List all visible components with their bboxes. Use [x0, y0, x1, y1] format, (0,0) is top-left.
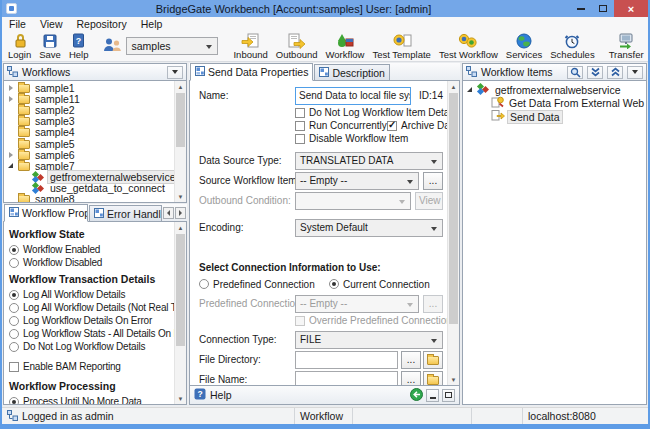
radio-current-connection[interactable]: Current Connection [329, 279, 430, 290]
close-button[interactable]: × [614, 0, 648, 17]
status-empty-1 [353, 408, 472, 424]
test-workflow-button[interactable]: Test Workflow [435, 30, 502, 61]
scroll-down-icon[interactable]: ▼ [175, 191, 186, 202]
tab-scroll-left-button[interactable] [163, 207, 174, 219]
radio-log-stats[interactable]: Log Workflow Stats - All Details On Erro… [9, 327, 174, 340]
login-button[interactable]: Login [4, 30, 35, 61]
schedules-button[interactable]: Schedules [546, 30, 598, 61]
scroll-down-icon[interactable]: ▼ [175, 393, 186, 404]
name-input[interactable]: Send Data to local file system [295, 87, 411, 105]
tree-item[interactable]: use_getdata_to_connect [4, 183, 174, 194]
tree-item[interactable]: sample5 [4, 138, 174, 149]
radio-icon [9, 397, 19, 405]
checkbox-run-concurrently[interactable]: Run Concurrently [295, 120, 383, 131]
workflow-button[interactable]: Workflow [322, 30, 369, 61]
tab-send-data-properties[interactable]: Send Data Properties [190, 63, 313, 81]
radio-predefined-connection[interactable]: Predefined Connection [199, 279, 325, 290]
editor-scrollbar[interactable]: ▲ ▼ [447, 81, 459, 385]
properties-scrollbar[interactable]: ▲ ▼ [174, 222, 186, 404]
minimize-button[interactable] [570, 0, 592, 17]
expander-icon[interactable] [6, 85, 15, 91]
tree-item[interactable]: sample2 [4, 104, 174, 115]
tree-item-selected[interactable]: getfromexternalwebservice [4, 172, 174, 183]
scroll-up-icon[interactable]: ▲ [175, 222, 186, 233]
tree-item-send-data[interactable]: Send Data [463, 110, 646, 124]
transfer-button[interactable]: Transfer [605, 30, 648, 61]
chevron-down-icon [172, 70, 178, 74]
test-template-button[interactable]: Test Template [368, 30, 434, 61]
file-directory-input[interactable] [295, 351, 398, 369]
editor-tab-strip: Send Data Properties Description [189, 63, 460, 81]
workflows-tree-scrollbar[interactable]: ▲ ▼ [174, 81, 186, 202]
radio-log-all-not-real-time[interactable]: Log All Workflow Details (Not Real Time) [9, 301, 174, 314]
help-minimize-button[interactable] [426, 389, 439, 402]
file-name-input[interactable] [295, 371, 398, 386]
file-directory-folder-button[interactable] [423, 351, 443, 369]
tree-item[interactable]: sample6 [4, 149, 174, 160]
checkbox-disable-workflow-item[interactable]: Disable Workflow Item [295, 132, 443, 145]
scroll-down-icon[interactable]: ▼ [448, 374, 459, 385]
tab-workflow-properties[interactable]: Workflow Properties [4, 204, 88, 222]
tree-item-root[interactable]: getfromexternalwebservice [463, 83, 646, 97]
save-button[interactable]: Save [35, 30, 65, 61]
workflow-state-heading: Workflow State [9, 228, 174, 240]
menu-file[interactable]: File [2, 17, 33, 30]
tab-description[interactable]: Description [314, 64, 390, 80]
checkbox-do-not-log-item-details[interactable]: Do Not Log Workflow Item Details [295, 106, 443, 119]
file-name-folder-button[interactable] [423, 371, 443, 386]
data-source-type-dropdown[interactable]: TRANSLATED DATA [295, 152, 443, 170]
search-icon [570, 67, 581, 80]
tree-item[interactable]: sample3 [4, 116, 174, 127]
tab-error-handling[interactable]: Error Handling P [89, 205, 162, 221]
tree-item[interactable]: sample1 [4, 82, 174, 93]
expand-all-button[interactable] [587, 66, 603, 79]
search-button[interactable] [567, 66, 583, 79]
tree-item[interactable]: sample8 [4, 194, 174, 202]
help-button[interactable]: ? Help [65, 30, 93, 61]
workflow-items-panel: Workflow Items getfromexternalwebservice… [462, 63, 647, 405]
help-maximize-button[interactable] [442, 389, 455, 402]
outbound-button[interactable]: Outbound [272, 30, 322, 61]
tree-item[interactable]: sample11 [4, 93, 174, 104]
workflows-menu-button[interactable] [167, 66, 183, 79]
maximize-button[interactable] [592, 0, 614, 17]
expander-icon[interactable] [6, 96, 15, 102]
scroll-up-icon[interactable]: ▲ [448, 81, 459, 92]
connection-type-dropdown[interactable]: FILE [295, 331, 443, 349]
file-directory-browse-button[interactable]: ... [401, 351, 421, 369]
radio-workflow-enabled[interactable]: Workflow Enabled [9, 243, 174, 256]
predefined-connection-browse-button: ... [423, 295, 443, 313]
minimize-icon [430, 397, 436, 399]
checkbox-archive-data[interactable]: Archive Data [387, 120, 447, 131]
encoding-dropdown[interactable]: System Default [295, 219, 443, 237]
account-dropdown[interactable]: samples [126, 37, 218, 55]
expander-icon[interactable] [6, 163, 15, 168]
inbound-button[interactable]: Inbound [229, 30, 271, 61]
radio-icon [199, 279, 209, 289]
radio-log-all[interactable]: Log All Workflow Details [9, 288, 174, 301]
status-logged-in: Logged in as admin [2, 408, 295, 424]
tree-item[interactable]: sample4 [4, 127, 174, 138]
file-name-browse-button[interactable]: ... [401, 371, 421, 386]
checkbox-bam-reporting[interactable]: Enable BAM Reporting [9, 360, 174, 373]
source-workflow-item-browse-button[interactable]: ... [423, 172, 443, 190]
radio-log-on-error[interactable]: Log Workflow Details On Error [9, 314, 174, 327]
workflow-processing-heading: Workflow Processing [9, 380, 174, 392]
source-workflow-item-dropdown[interactable]: -- Empty -- [295, 172, 419, 190]
radio-no-log[interactable]: Do Not Log Workflow Details [9, 340, 174, 353]
collapse-all-button[interactable] [607, 66, 623, 79]
tab-scroll-right-button[interactable] [175, 207, 186, 219]
tree-item[interactable]: sample7 [4, 160, 174, 171]
radio-workflow-disabled[interactable]: Workflow Disabled [9, 256, 174, 269]
help-back-button[interactable] [410, 388, 423, 403]
services-button[interactable]: Services [502, 30, 546, 61]
scroll-up-icon[interactable]: ▲ [175, 81, 186, 92]
expander-icon[interactable] [465, 87, 474, 92]
expander-icon[interactable] [6, 152, 15, 158]
tree-item-get-data[interactable]: Get Data From External Web Service [463, 97, 646, 111]
items-menu-button[interactable] [627, 66, 643, 79]
menu-view[interactable]: View [33, 17, 70, 30]
menu-help[interactable]: Help [134, 17, 170, 30]
radio-process-until-no-more-data[interactable]: Process Until No More Data [9, 395, 174, 404]
menu-repository[interactable]: Repository [70, 17, 134, 30]
